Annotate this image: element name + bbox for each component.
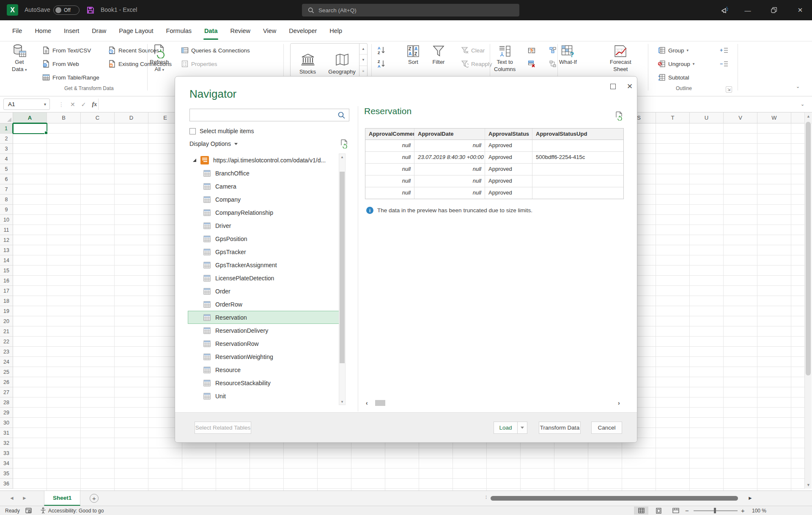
row-header-12[interactable]: 12 — [0, 235, 13, 245]
what-if-analysis-button[interactable]: ?What-If — [559, 44, 577, 66]
subtotal-button[interactable]: +=Subtotal — [656, 72, 691, 83]
tab-draw[interactable]: Draw — [85, 20, 112, 41]
row-header-17[interactable]: 17 — [0, 286, 13, 296]
preview-refresh-icon[interactable] — [615, 111, 624, 121]
tree-item-order[interactable]: Order — [188, 285, 339, 298]
scroll-right-icon[interactable]: ► — [748, 495, 753, 501]
tree-scrollbar[interactable]: ▲ ▼ — [339, 153, 346, 405]
save-icon[interactable] — [86, 6, 95, 14]
row-header-2[interactable]: 2 — [0, 134, 13, 144]
confirm-entry-icon[interactable]: ✓ — [81, 101, 86, 108]
refresh-preview-icon[interactable] — [340, 139, 349, 148]
name-box-chevron-icon[interactable]: ▾ — [44, 102, 46, 107]
tab-formulas[interactable]: Formulas — [160, 20, 198, 41]
expand-triangle-icon[interactable] — [193, 159, 196, 162]
zoom-out-button[interactable]: − — [685, 506, 689, 515]
gallery-down-icon[interactable]: ▼ — [359, 55, 367, 66]
row-header-8[interactable]: 8 — [0, 194, 13, 205]
close-button[interactable]: ✕ — [790, 0, 810, 20]
tree-item-camera[interactable]: Camera — [188, 180, 339, 193]
tree-item-orderrow[interactable]: OrderRow — [188, 298, 339, 311]
row-header-15[interactable]: 15 — [0, 266, 13, 276]
prev-sheet-icon[interactable]: ◄ — [9, 495, 14, 501]
show-detail-button[interactable]: + — [718, 45, 730, 56]
relationships-button[interactable] — [547, 58, 558, 69]
ribbon-collapse-icon[interactable]: ⌄ — [796, 84, 800, 89]
flash-fill-button[interactable] — [526, 45, 537, 56]
vertical-scroll-thumb[interactable] — [806, 122, 811, 375]
navigator-search-input[interactable] — [189, 109, 349, 121]
row-header-10[interactable]: 10 — [0, 215, 13, 225]
tab-review[interactable]: Review — [224, 20, 257, 41]
macro-record-icon[interactable] — [25, 506, 32, 515]
tree-item-reservation[interactable]: Reservation — [188, 311, 339, 324]
tab-home[interactable]: Home — [28, 20, 58, 41]
consolidate-button[interactable] — [547, 45, 558, 56]
sheet-tab-sheet1[interactable]: Sheet1 — [44, 491, 80, 506]
queries-connections-button[interactable]: Queries & Connections — [179, 45, 252, 56]
tree-item-licenseplatedetection[interactable]: LicensePlateDetection — [188, 271, 339, 285]
tree-item-companyrelationship[interactable]: CompanyRelationship — [188, 206, 339, 219]
column-header-T[interactable]: T — [656, 112, 690, 123]
row-header-30[interactable]: 30 — [0, 418, 13, 428]
tab-insert[interactable]: Insert — [58, 20, 85, 41]
tree-item-resource[interactable]: Resource — [188, 363, 339, 376]
next-sheet-icon[interactable]: ► — [22, 495, 27, 501]
stocks-data-type[interactable]: Stocks — [291, 44, 325, 77]
tree-item-unit[interactable]: Unit — [188, 389, 339, 403]
row-header-7[interactable]: 7 — [0, 184, 13, 194]
row-header-23[interactable]: 23 — [0, 347, 13, 357]
select-multiple-checkbox[interactable]: Select multiple items — [189, 128, 254, 134]
outline-dialog-launcher[interactable]: ⇲ — [726, 86, 732, 93]
geography-data-type[interactable]: Geography — [325, 44, 359, 77]
row-header-5[interactable]: 5 — [0, 164, 13, 174]
tree-scroll-up-icon[interactable]: ▲ — [340, 155, 344, 159]
get-data-button[interactable]: GetData ▾ — [12, 44, 27, 74]
formula-options-icon[interactable]: ⋮ — [58, 101, 64, 108]
tree-item-company[interactable]: Company — [188, 193, 339, 206]
preview-column-header[interactable]: ApprovalComment — [365, 129, 414, 140]
row-header-19[interactable]: 19 — [0, 306, 13, 316]
row-header-14[interactable]: 14 — [0, 255, 13, 266]
row-header-11[interactable]: 11 — [0, 225, 13, 235]
row-header-29[interactable]: 29 — [0, 408, 13, 418]
tree-scroll-thumb[interactable] — [340, 172, 345, 363]
row-header-33[interactable]: 33 — [0, 448, 13, 458]
tab-data[interactable]: Data — [198, 20, 224, 41]
autosave-toggle[interactable]: Off — [53, 5, 80, 15]
zoom-in-button[interactable]: + — [741, 506, 745, 515]
row-header-21[interactable]: 21 — [0, 326, 13, 337]
cancel-entry-icon[interactable]: ✕ — [70, 101, 75, 108]
row-header-22[interactable]: 22 — [0, 337, 13, 347]
row-header-3[interactable]: 3 — [0, 144, 13, 154]
preview-column-header[interactable]: ApprovalStatus — [485, 129, 532, 140]
vertical-scrollbar[interactable]: ▲ ▼ — [804, 112, 812, 489]
page-layout-view-button[interactable] — [651, 507, 666, 515]
row-header-18[interactable]: 18 — [0, 296, 13, 306]
preview-column-header[interactable]: ApprovalStatusUpd — [532, 129, 623, 140]
dialog-maximize-button[interactable] — [607, 82, 618, 91]
load-button[interactable]: Load — [494, 422, 518, 434]
row-header-20[interactable]: 20 — [0, 316, 13, 326]
column-header-A[interactable]: A — [13, 112, 47, 123]
tab-scroll-splitter[interactable]: ⁞ — [486, 495, 487, 500]
dialog-close-button[interactable]: ✕ — [624, 82, 635, 91]
row-header-13[interactable]: 13 — [0, 245, 13, 255]
active-cell-a1[interactable] — [13, 123, 47, 134]
horizontal-scroll-thumb[interactable] — [491, 496, 738, 501]
minimize-button[interactable]: — — [738, 0, 758, 20]
forecast-sheet-button[interactable]: ForecastSheet — [610, 44, 631, 73]
from-text-csv-button[interactable]: From Text/CSV — [41, 45, 93, 56]
tree-item-gpstrackerassignment[interactable]: GpsTrackerAssignment — [188, 258, 339, 271]
row-header-16[interactable]: 16 — [0, 276, 13, 286]
tree-item-gpsposition[interactable]: GpsPosition — [188, 232, 339, 245]
row-header-26[interactable]: 26 — [0, 377, 13, 387]
column-header-C[interactable]: C — [81, 112, 115, 123]
display-options-dropdown[interactable]: Display Options — [189, 140, 238, 147]
tree-item-reservationdelivery[interactable]: ReservationDelivery — [188, 324, 339, 337]
text-to-columns-button[interactable]: Text toColumns — [494, 44, 516, 73]
from-table-range-button[interactable]: From Table/Range — [41, 72, 101, 83]
remove-duplicates-button[interactable] — [526, 58, 537, 69]
tab-view[interactable]: View — [257, 20, 283, 41]
filter-button[interactable]: Filter — [432, 44, 445, 66]
